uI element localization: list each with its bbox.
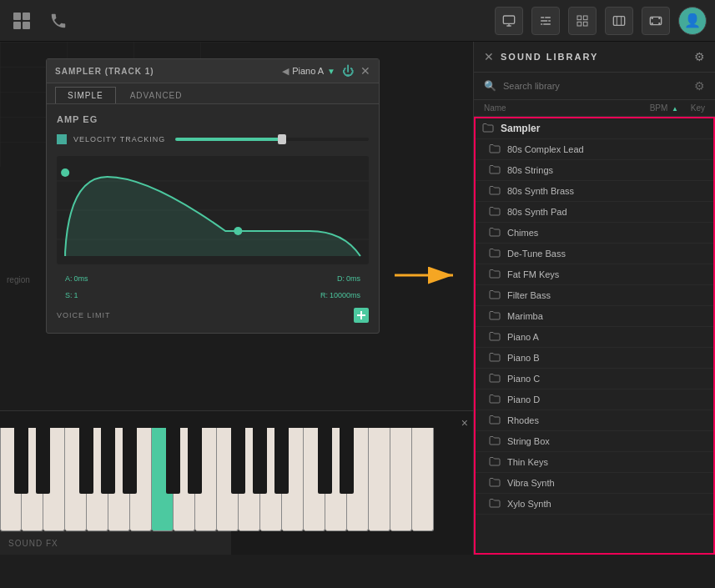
tab-advanced[interactable]: ADVANCED (118, 87, 195, 103)
folder-icon (489, 185, 501, 197)
lib-item[interactable]: String Box (476, 431, 713, 452)
tab-simple[interactable]: SIMPLE (55, 87, 116, 103)
lib-item[interactable]: 80s Synth Pad (476, 202, 713, 223)
preset-dropdown[interactable]: ▼ (327, 67, 335, 76)
folder-icon (489, 394, 501, 405)
lib-item[interactable]: De-Tune Bass (476, 244, 713, 264)
svg-rect-0 (13, 13, 21, 20)
voice-limit-button[interactable] (354, 308, 369, 323)
lib-item[interactable]: Piano D (476, 389, 713, 410)
lib-item-name: Piano B (507, 353, 703, 363)
lib-item-name: De-Tune Bass (507, 249, 703, 259)
library-close-button[interactable]: ✕ (484, 50, 494, 63)
lib-item[interactable]: Fat FM Keys (476, 264, 713, 285)
grid-icon[interactable] (8, 8, 35, 34)
lib-item[interactable]: Piano B (476, 348, 713, 369)
lib-item[interactable]: 80s Complex Lead (476, 139, 713, 160)
folder-icon (489, 248, 501, 259)
svg-point-27 (61, 168, 69, 177)
velocity-checkbox[interactable] (57, 134, 67, 144)
adsr-labels: A: 0ms D: 0ms (57, 273, 369, 284)
white-keys (0, 428, 434, 531)
lib-item[interactable]: Marimba (476, 306, 713, 327)
piano-close-button[interactable]: × (461, 416, 468, 430)
velocity-label: VELOCITY TRACKING (73, 135, 165, 143)
sampler-preset[interactable]: ◀ Piano A ▼ (282, 66, 335, 77)
lib-item[interactable]: Chimes (476, 223, 713, 244)
white-key[interactable] (369, 428, 390, 531)
white-key[interactable] (174, 428, 195, 531)
white-key[interactable] (325, 428, 347, 531)
velocity-slider[interactable] (175, 138, 369, 141)
lib-item-name: Xylo Synth (507, 499, 703, 509)
white-key[interactable] (260, 428, 282, 531)
search-input[interactable] (503, 81, 687, 91)
library-settings-button[interactable]: ⚙ (694, 50, 705, 63)
velocity-thumb[interactable] (278, 134, 286, 144)
white-key[interactable] (65, 428, 87, 531)
phone-icon[interactable] (45, 8, 72, 34)
piano-area: × (0, 410, 473, 531)
bars-button[interactable] (531, 7, 560, 35)
s-letter: S: (65, 291, 73, 299)
white-key[interactable] (282, 428, 304, 531)
white-key[interactable] (195, 428, 217, 531)
white-key[interactable] (87, 428, 108, 531)
folder-icon (489, 289, 501, 301)
lib-item[interactable]: Piano C (476, 369, 713, 389)
white-key[interactable] (108, 428, 130, 531)
lib-item-name: Rhodes (507, 415, 703, 425)
lib-item-name: Sampler (501, 123, 703, 134)
lib-item[interactable]: Sampler (476, 118, 713, 139)
sampler-power-button[interactable]: ⏻ (342, 64, 354, 78)
arrow-indicator (390, 257, 466, 295)
folder-icon (489, 206, 501, 218)
sampler-close-button[interactable]: ✕ (360, 64, 370, 78)
monitor-button[interactable] (495, 7, 523, 35)
white-key[interactable] (43, 428, 65, 531)
white-key-active[interactable] (152, 428, 174, 531)
velocity-fill (175, 138, 281, 141)
white-key[interactable] (0, 428, 22, 531)
folder-icon (489, 143, 501, 155)
white-key[interactable] (347, 428, 369, 531)
white-key[interactable] (412, 428, 434, 531)
film-button[interactable] (642, 7, 670, 35)
preset-nav-left[interactable]: ◀ (282, 66, 289, 77)
svg-rect-8 (544, 17, 545, 18)
white-key[interactable] (304, 428, 325, 531)
lib-item-name: Fat FM Keys (507, 269, 703, 279)
lib-item[interactable]: Rhodes (476, 410, 713, 431)
filter-icon[interactable]: ⚙ (694, 79, 705, 93)
lib-item[interactable]: Piano A (476, 327, 713, 348)
sampler-titlebar: SAMPLER (TRACK 1) ◀ Piano A ▼ ⏻ ✕ (47, 59, 379, 83)
lib-item[interactable]: Filter Bass (476, 285, 713, 306)
avatar-button[interactable]: 👤 (678, 7, 707, 35)
lib-item[interactable]: 80s Strings (476, 160, 713, 181)
adsr-graph[interactable] (57, 156, 369, 264)
lib-item[interactable]: Vibra Synth (476, 473, 713, 494)
white-key[interactable] (130, 428, 152, 531)
col-bpm-header[interactable]: BPM ▲ (637, 103, 678, 113)
attack-label: A: 0ms (65, 274, 88, 283)
display-button[interactable] (605, 7, 633, 35)
sampler-tabs: SIMPLE ADVANCED (47, 83, 379, 104)
svg-rect-2 (13, 22, 21, 29)
lib-item-name: 80s Strings (507, 165, 703, 175)
lib-item[interactable]: Thin Keys (476, 452, 713, 473)
white-key[interactable] (239, 428, 260, 531)
lib-item-name: Vibra Synth (507, 478, 703, 488)
svg-rect-20 (658, 17, 660, 19)
white-key[interactable] (22, 428, 43, 531)
svg-rect-10 (542, 23, 543, 24)
grid2-button[interactable] (568, 7, 597, 35)
white-key[interactable] (390, 428, 412, 531)
adsr-svg (57, 156, 369, 264)
svg-rect-22 (658, 23, 660, 25)
lib-item[interactable]: Xylo Synth (476, 494, 713, 515)
svg-rect-14 (583, 22, 587, 26)
s-value: 1 (74, 291, 78, 299)
arrow-svg (390, 257, 466, 294)
white-key[interactable] (217, 428, 239, 531)
lib-item[interactable]: 80s Synth Brass (476, 181, 713, 202)
